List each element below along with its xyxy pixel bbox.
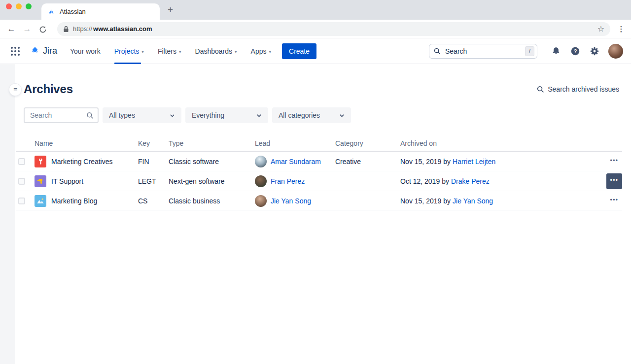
- table-header-row: Name Key Type Lead Category Archived on: [16, 136, 622, 152]
- types-dropdown[interactable]: All types: [103, 107, 181, 123]
- archived-by-link[interactable]: Harriet Leijten: [453, 158, 495, 165]
- chevron-down-icon: ▾: [179, 48, 181, 54]
- user-avatar[interactable]: [608, 44, 623, 59]
- search-archived-issues-link[interactable]: Search archived issues: [537, 85, 619, 93]
- more-options-button-active[interactable]: •••: [606, 173, 622, 189]
- browser-menu-icon[interactable]: ⋮: [615, 25, 627, 33]
- project-key: CS: [138, 197, 169, 205]
- nav-item-filters[interactable]: Filters▾: [158, 38, 181, 64]
- header-category: Category: [335, 139, 400, 147]
- project-name[interactable]: Marketing Blog: [51, 197, 97, 205]
- project-key: LEGT: [138, 177, 169, 185]
- by-label: by: [443, 197, 451, 205]
- more-options-button[interactable]: •••: [606, 193, 622, 209]
- nav-item-dashboards[interactable]: Dashboards▾: [195, 38, 237, 64]
- window-controls: [6, 3, 32, 9]
- global-search[interactable]: /: [429, 44, 537, 59]
- lock-icon: [63, 26, 69, 33]
- project-name[interactable]: Marketing Creatives: [51, 158, 113, 165]
- lead-link[interactable]: Fran Perez: [271, 177, 305, 185]
- address-bar[interactable]: https:// www.atlassian.com ☆: [57, 22, 610, 36]
- archived-date: Nov 15, 2019: [400, 197, 441, 205]
- nav-item-apps[interactable]: Apps▾: [251, 38, 271, 64]
- by-label: by: [443, 158, 451, 165]
- project-key: FIN: [138, 158, 169, 165]
- hamburger-icon: ≡: [13, 86, 17, 94]
- help-icon[interactable]: ?: [570, 46, 581, 57]
- new-tab-button[interactable]: +: [168, 5, 173, 15]
- project-name[interactable]: IT Support: [51, 177, 83, 185]
- table-row: Marketing Blog CS Classic business Jie Y…: [16, 191, 622, 211]
- project-type: Next-gen software: [169, 177, 255, 185]
- browser-tab[interactable]: Atlassian: [41, 3, 160, 20]
- minimize-window-button[interactable]: [16, 3, 22, 9]
- header-archived-on: Archived on: [400, 139, 600, 147]
- jira-logo-text: Jira: [43, 46, 57, 56]
- drill-icon: [35, 175, 46, 187]
- url-host: www.atlassian.com: [93, 25, 152, 33]
- bookmark-star-icon[interactable]: ☆: [597, 24, 604, 33]
- lead-avatar: [255, 175, 267, 187]
- browser-toolbar: ← → https:// www.atlassian.com ☆ ⋮: [0, 20, 631, 38]
- forward-icon[interactable]: →: [20, 24, 35, 34]
- table-row: Marketing Creatives FIN Classic software…: [16, 152, 622, 171]
- archived-date: Oct 12, 2019: [400, 177, 440, 185]
- scope-dropdown[interactable]: Everything: [185, 107, 268, 123]
- row-checkbox[interactable]: [18, 178, 25, 185]
- svg-text:?: ?: [574, 48, 577, 54]
- nav-item-your-work[interactable]: Your work: [70, 38, 101, 64]
- jira-logo[interactable]: Jira: [30, 46, 57, 57]
- mountains-icon: [35, 195, 46, 207]
- browser-tab-strip: Atlassian +: [0, 0, 631, 20]
- jira-mark-icon: [30, 46, 40, 57]
- archived-by-link[interactable]: Drake Perez: [451, 177, 490, 185]
- lead-link[interactable]: Amar Sundaram: [271, 158, 321, 165]
- row-checkbox[interactable]: [18, 198, 25, 204]
- global-search-input[interactable]: [444, 47, 522, 56]
- filter-bar: All types Everything All categories: [24, 107, 619, 123]
- more-options-button[interactable]: •••: [606, 154, 622, 169]
- expand-sidebar-button[interactable]: ≡: [9, 84, 21, 96]
- back-icon[interactable]: ←: [4, 24, 19, 34]
- nav-item-projects[interactable]: Projects▾: [114, 38, 144, 64]
- primary-nav-menu: Your work Projects▾ Filters▾ Dashboards▾…: [70, 38, 271, 64]
- header-name: Name: [35, 139, 138, 147]
- lead-avatar: [255, 195, 267, 207]
- search-shortcut-badge: /: [525, 46, 534, 56]
- settings-gear-icon[interactable]: [589, 46, 600, 57]
- atlassian-favicon-icon: [47, 8, 55, 16]
- filter-search-field[interactable]: [24, 107, 99, 123]
- archives-table: Name Key Type Lead Category Archived on …: [16, 136, 622, 211]
- header-key: Key: [138, 139, 169, 147]
- chevron-down-icon: [339, 112, 345, 119]
- zoom-window-button[interactable]: [26, 3, 32, 9]
- categories-dropdown[interactable]: All categories: [272, 107, 351, 123]
- lead-avatar: [255, 156, 267, 167]
- search-icon: [537, 86, 544, 93]
- archived-date: Nov 15, 2019: [400, 158, 441, 165]
- archived-by-link[interactable]: Jie Yan Song: [453, 197, 493, 205]
- project-type: Classic software: [169, 158, 255, 165]
- jira-top-nav: Jira Your work Projects▾ Filters▾ Dashbo…: [0, 38, 631, 64]
- notifications-bell-icon[interactable]: [551, 46, 561, 57]
- search-icon: [86, 112, 94, 119]
- chevron-down-icon: [256, 112, 262, 119]
- row-checkbox[interactable]: [18, 158, 25, 165]
- chevron-down-icon: [169, 112, 175, 119]
- close-window-button[interactable]: [6, 3, 12, 9]
- wrench-icon: [35, 156, 46, 167]
- header-lead: Lead: [255, 139, 335, 147]
- chevron-down-icon: ▾: [235, 48, 237, 54]
- create-button[interactable]: Create: [282, 43, 316, 59]
- chevron-down-icon: ▾: [141, 48, 144, 54]
- project-category: Creative: [335, 158, 400, 165]
- tab-title: Atlassian: [60, 8, 86, 15]
- filter-search-input[interactable]: [29, 111, 86, 120]
- table-row: IT Support LEGT Next-gen software Fran P…: [16, 171, 622, 191]
- app-switcher-icon[interactable]: [11, 47, 20, 56]
- chevron-down-icon: ▾: [269, 48, 271, 54]
- lead-link[interactable]: Jie Yan Song: [271, 197, 311, 205]
- reload-icon[interactable]: [35, 25, 50, 33]
- project-type: Classic business: [169, 197, 255, 205]
- url-scheme: https://: [73, 25, 92, 33]
